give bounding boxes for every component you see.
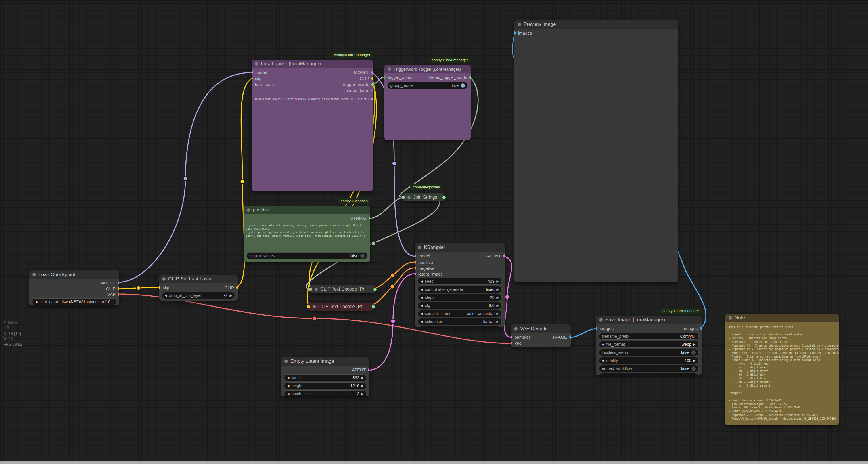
combo-prev-icon[interactable]: ◀ [420,288,423,291]
reroute-dot[interactable] [371,241,376,246]
node-load-checkpoint[interactable]: Load Checkpoint MODEL CLIP VAE ◀ckpt_nam… [29,270,119,306]
toggle-on-icon[interactable] [691,375,696,375]
output-slot-model[interactable] [371,71,373,74]
group-mode-widget[interactable]: group_modetrue [387,82,468,89]
output-slot-images[interactable] [700,327,702,330]
combo-next-icon[interactable]: ▶ [497,320,499,324]
denoise-widget[interactable]: ◀denoise1.00▶ [417,326,502,327]
reroute-dot[interactable] [505,295,509,299]
node-title-bar[interactable]: KSampler [414,243,504,252]
node-vae-decode[interactable]: VAE Decode samples IMAGE vae [511,324,571,347]
input-slot-model[interactable] [414,254,416,257]
collapse-dot-icon[interactable] [314,288,318,291]
embed-workflow-widget[interactable]: embed_workflowfalse [599,365,699,372]
node-clip-text-encode-positive[interactable]: CLIP Text Encode (Pr [310,285,376,293]
collapse-dot-icon[interactable] [407,196,410,199]
combo-next-icon[interactable]: ▶ [693,343,696,346]
input-slot-latent-image[interactable] [414,272,416,276]
combo-next-icon[interactable]: ▶ [693,359,696,362]
toggle-off-icon[interactable] [691,350,696,355]
input-slot-images[interactable] [596,327,597,330]
combo-prev-icon[interactable]: ◀ [165,294,167,297]
output-slot-filtered-trigger-words[interactable] [469,76,471,79]
output-slot-loaded-loras[interactable] [371,89,373,92]
add-counter-widget[interactable]: add_counter_to_filenametrue [599,373,699,375]
node-empty-latent-image[interactable]: Empty Latent Image LATENT ◀width832▶ ◀he… [281,357,369,397]
combo-prev-icon[interactable]: ◀ [602,343,604,346]
reroute-dot[interactable] [391,285,395,289]
note-textarea[interactable]: Available filename_prefix Pattern Codes … [725,322,839,426]
toggle-off-icon[interactable] [360,254,365,258]
input-slot-clip[interactable] [159,286,160,289]
reroute-dot[interactable] [240,179,245,183]
output-slot-clip[interactable] [236,286,238,289]
collapse-dot-icon[interactable] [388,67,391,71]
node-note[interactable]: Note Available filename_prefix Pattern C… [725,314,839,426]
combo-prev-icon[interactable]: ◀ [420,320,423,324]
node-lora-loader[interactable]: comfyui-lora-manager Lora Loader (LoraMa… [252,60,373,191]
output-slot-clip[interactable] [371,77,373,80]
output-slot-model[interactable] [118,281,119,285]
collapsed-output-slot[interactable] [373,288,377,291]
file-format-widget[interactable]: ◀file_formatwebp▶ [599,341,699,348]
node-title-bar[interactable]: Preview Image [514,20,678,29]
reroute-dot[interactable] [391,319,395,324]
node-graph-canvas[interactable]: T: 0.00sI: 0N: 14 [14] V: 28FPS:58.82 Lo… [0,0,868,464]
combo-prev-icon[interactable]: ◀ [420,312,423,316]
reroute-dot[interactable] [391,273,395,278]
sampler-name-widget[interactable]: ◀sampler_nameeuler_ancestral▶ [417,310,502,317]
reroute-dot[interactable] [136,286,141,290]
collapse-dot-icon[interactable] [284,359,288,363]
filename-prefix-widget[interactable]: filename_prefixComfyUI [599,333,699,340]
collapse-dot-icon[interactable] [518,23,521,26]
combo-next-icon[interactable]: ▶ [362,384,364,388]
output-slot-vae[interactable] [118,293,119,296]
node-title-bar[interactable]: Empty Latent Image [281,357,369,366]
stop-at-clip-layer-widget[interactable]: ◀stop_at_clip_layer-2▶ [162,292,235,299]
node-join-strings[interactable]: comfyui-kjnodes Join Strings [403,193,445,201]
toggle-off-icon[interactable] [691,367,696,371]
node-title-bar[interactable]: positive [244,206,370,214]
reroute-dot[interactable] [392,162,397,166]
collapse-dot-icon[interactable] [255,62,258,65]
input-slot-trigger-words[interactable] [384,76,385,79]
node-title-bar[interactable]: Load Checkpoint [29,270,119,279]
node-title-bar[interactable]: Note [725,314,839,322]
node-title-bar[interactable]: TriggerWord Toggle (LoraManager) [384,65,471,74]
collapsed-input-slot[interactable] [402,196,405,199]
node-title-bar[interactable]: Lora Loader (LoraManager) [252,60,373,68]
combo-prev-icon[interactable]: ◀ [420,304,423,308]
combo-next-icon[interactable]: ▶ [362,392,364,396]
control-after-generate-widget[interactable]: ◀control after generatefixed▶ [417,286,502,293]
lora-syntax-text[interactable]: <lora:CreateConcept_Illustrious:0.8> <lo… [252,93,373,105]
batch-size-widget[interactable]: ◀batch_size3▶ [284,390,367,397]
input-slot-images[interactable] [514,31,516,34]
strip-newlines-widget[interactable]: strip_newlinesfalse [246,252,367,259]
node-preview-image[interactable]: Preview Image images [514,20,678,283]
collapse-dot-icon[interactable] [418,246,421,249]
scheduler-widget[interactable]: ◀schedulerkarras▶ [417,318,502,325]
collapsed-output-slot[interactable] [442,196,446,199]
node-positive-prompt[interactable]: comfyui-kjnodes positive STRING highres,… [244,206,370,262]
prompt-textarea[interactable]: highres, very detailed, amazing quality,… [244,221,370,240]
combo-prev-icon[interactable]: ◀ [35,300,37,304]
combo-prev-icon[interactable]: ◀ [287,376,289,380]
collapsed-input-slot[interactable] [307,305,310,308]
node-clip-set-last-layer[interactable]: CLIP Set Last Layer clip CLIP ◀stop_at_c… [159,275,238,300]
steps-widget[interactable]: ◀steps20▶ [417,294,502,301]
node-save-image[interactable]: comfyui-lora-manager Save Image (LoraMan… [596,316,702,375]
combo-prev-icon[interactable]: ◀ [420,296,423,299]
reroute-dot[interactable] [183,176,188,181]
lossless-webp-widget[interactable]: lossless_webpfalse [599,349,699,356]
collapse-dot-icon[interactable] [312,305,316,308]
combo-next-icon[interactable]: ▶ [497,280,499,283]
collapse-dot-icon[interactable] [599,318,602,322]
node-title-bar[interactable]: Save Image (LoraManager) [596,316,702,324]
collapse-dot-icon[interactable] [162,277,165,281]
combo-next-icon[interactable]: ▶ [230,294,232,297]
combo-next-icon[interactable]: ▶ [119,300,119,304]
output-slot-clip[interactable] [118,287,119,290]
quality-widget[interactable]: ◀quality100▶ [599,357,699,364]
combo-prev-icon[interactable]: ◀ [287,384,289,388]
node-title-bar[interactable]: VAE Decode [511,324,571,333]
